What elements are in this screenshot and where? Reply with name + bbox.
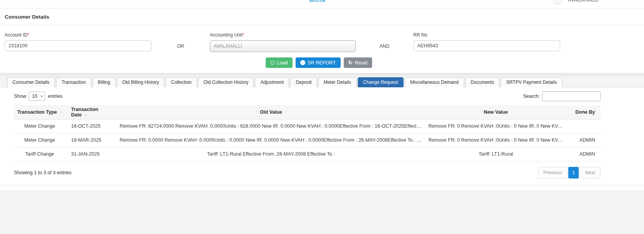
cell-old-value: Remove FR: 0.0000 Remove KVAH :0.0000Uni…	[117, 133, 425, 147]
cell-new-value: Remove FR: 0 Remove KVAH :0Units : 0 New…	[425, 133, 566, 147]
cell-old-value: Remove FR: 62724.0000 Remove KVAH :0.000…	[117, 119, 425, 133]
search-control: Search:	[523, 91, 600, 101]
tab-billing[interactable]: Billing	[92, 77, 116, 88]
tab-adjustment[interactable]: Adjustment	[255, 77, 289, 88]
cell-transaction-type: Meter Change	[14, 119, 65, 133]
tab-consumer-details[interactable]: Consumer Details	[7, 77, 55, 88]
page-size-control: Show 10 entries	[14, 92, 63, 101]
sort-arrows-icon: ↑↓	[84, 113, 87, 117]
page-background	[0, 191, 644, 234]
page-1-button[interactable]: 1	[568, 167, 579, 179]
tab-change-request[interactable]: Change Request	[358, 77, 404, 88]
avatar-circle-icon[interactable]	[553, 0, 563, 4]
page-size-select[interactable]: 10	[29, 92, 45, 101]
column-header-transaction-date[interactable]: Transaction Date↑↓	[65, 105, 117, 119]
sr-report-button[interactable]: ↓ SR REPORT	[296, 57, 341, 68]
rr-no-label: RR No	[413, 32, 560, 38]
cell-transaction-date: 31-JAN-2025	[65, 147, 117, 161]
table-row: Meter Change 18-MAR-2025 Remove FR: 0.00…	[14, 133, 600, 147]
pagination: Previous 1 Next	[538, 167, 600, 179]
cell-done-by	[566, 119, 600, 133]
search-input[interactable]	[542, 91, 600, 101]
tab-old-billing-history[interactable]: Old Billing History	[117, 77, 165, 88]
required-asterisk: *	[28, 32, 30, 38]
column-header-new-value: New Value	[425, 105, 566, 119]
tab-miscellaneous-demand[interactable]: Miscellaneous Demand	[405, 77, 464, 88]
table-row: Tariff Change 31-JAN-2025 Tariff: LT1-Ru…	[14, 147, 600, 161]
title-bar: Consumer Details	[0, 9, 644, 25]
cell-transaction-type: Meter Change	[14, 133, 65, 147]
section-divider	[0, 73, 644, 76]
accounting-unit-input[interactable]	[210, 40, 356, 52]
cell-done-by: ADMIN	[566, 147, 600, 161]
entries-info: Showing 1 to 3 of 3 entries	[14, 170, 71, 175]
change-request-panel: Show 10 entries Search: Transaction Type…	[0, 87, 644, 186]
previous-page-button[interactable]: Previous	[538, 167, 568, 179]
cell-transaction-date: 18-MAR-2025	[65, 133, 117, 147]
spinner-icon	[270, 61, 275, 65]
entries-label: entries	[48, 94, 63, 99]
bescom-logo: BESCOM	[310, 0, 325, 3]
tab-deposit[interactable]: Deposit	[290, 77, 317, 88]
next-page-button[interactable]: Next	[580, 167, 600, 179]
table-body: Meter Change 16-OCT-2025 Remove FR: 6272…	[14, 119, 600, 161]
spacer	[0, 186, 644, 191]
tab-old-collection-history[interactable]: Old Collection History	[198, 77, 254, 88]
cell-transaction-type: Tariff Change	[14, 147, 65, 161]
column-header-old-value: Old Value	[117, 105, 425, 119]
reset-button[interactable]: ↻ Reset	[344, 57, 372, 68]
tab-srtpv-payment-details[interactable]: SRTPV Payment Details	[501, 77, 562, 88]
consumer-search-form: Account ID* OR Accounting Unit* AND RR N…	[0, 25, 644, 73]
or-label: OR	[151, 41, 210, 52]
circle-down-arrow-icon: ↓	[300, 60, 305, 65]
user-name[interactable]: AVALAHALLI	[568, 0, 599, 3]
column-header-done-by: Done By	[566, 105, 600, 119]
cell-old-value: Tariff: LT1-Rural Effective From :26-MAY…	[117, 147, 425, 161]
table-header-row: Transaction Type↑↓ Transaction Date↑↓ Ol…	[14, 105, 600, 119]
sort-arrows-icon: ↑↓	[59, 110, 62, 114]
required-asterisk: *	[242, 32, 244, 38]
top-header: BESCOM AVALAHALLI	[0, 0, 644, 9]
change-request-table: Transaction Type↑↓ Transaction Date↑↓ Ol…	[14, 105, 600, 161]
load-button[interactable]: Load	[266, 57, 292, 68]
page-title: Consumer Details	[5, 14, 639, 20]
rr-no-input[interactable]	[413, 40, 560, 51]
accounting-unit-label: Accounting Unit*	[210, 32, 356, 38]
cell-new-value: Remove FR: 0 Remove KVAH :0Units : 0 New…	[425, 119, 566, 133]
account-id-label: Account ID*	[5, 32, 151, 38]
tab-collection[interactable]: Collection	[165, 77, 197, 88]
show-label: Show	[14, 94, 26, 99]
sync-icon: ↻	[348, 60, 353, 65]
tab-documents[interactable]: Documents	[465, 77, 500, 88]
account-id-input[interactable]	[5, 40, 151, 51]
column-header-transaction-type[interactable]: Transaction Type↑↓	[14, 105, 65, 119]
and-label: AND	[356, 41, 413, 52]
cell-transaction-date: 16-OCT-2025	[65, 119, 117, 133]
tab-meter-details[interactable]: Meter Details	[318, 77, 357, 88]
search-label: Search:	[523, 94, 540, 99]
tab-bar: Consumer DetailsTransactionBillingOld Bi…	[0, 76, 644, 87]
cell-done-by: ADMIN	[566, 133, 600, 147]
cell-new-value: Tariff: LT1-Rural	[425, 147, 566, 161]
table-row: Meter Change 16-OCT-2025 Remove FR: 6272…	[14, 119, 600, 133]
user-area[interactable]: AVALAHALLI	[553, 0, 599, 4]
tab-transaction[interactable]: Transaction	[56, 77, 91, 88]
